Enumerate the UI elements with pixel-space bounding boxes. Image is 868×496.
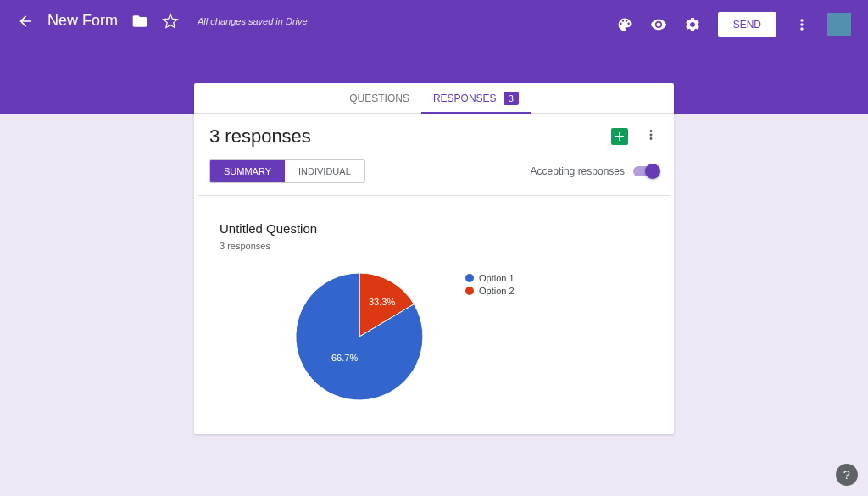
more-vert-icon[interactable] [793, 16, 810, 33]
folder-icon[interactable] [131, 13, 148, 30]
question-subtitle: 3 responses [220, 241, 648, 251]
view-toggle-group: SUMMARY INDIVIDUAL [209, 159, 365, 183]
tab-responses[interactable]: RESPONSES 3 [421, 83, 531, 113]
legend-item: Option 2 [465, 286, 515, 296]
tabs: QUESTIONS RESPONSES 3 [194, 83, 674, 114]
settings-gear-icon[interactable] [684, 16, 701, 33]
help-button[interactable]: ? [836, 464, 858, 486]
star-icon[interactable] [162, 13, 179, 30]
accepting-switch[interactable] [633, 166, 659, 176]
response-count-badge: 3 [504, 92, 519, 105]
legend-item: Option 1 [465, 273, 515, 283]
avatar[interactable] [827, 13, 851, 36]
pie-label-1: 66.7% [331, 353, 358, 363]
saved-status: All changes saved in Drive [198, 16, 308, 26]
back-arrow-icon[interactable] [17, 13, 34, 30]
sheets-icon[interactable] [611, 128, 628, 145]
responses-more-icon[interactable] [643, 127, 659, 146]
question-title: Untitled Question [220, 221, 648, 236]
pie-label-2: 33.3% [369, 297, 395, 307]
responses-title: 3 responses [209, 125, 311, 148]
palette-icon[interactable] [616, 16, 633, 33]
preview-eye-icon[interactable] [650, 16, 667, 33]
tab-questions[interactable]: QUESTIONS [337, 83, 421, 113]
individual-toggle[interactable]: INDIVIDUAL [285, 160, 364, 182]
legend-label: Option 1 [479, 273, 515, 283]
main-card: QUESTIONS RESPONSES 3 3 responses SUMMAR… [194, 83, 674, 434]
summary-toggle[interactable]: SUMMARY [210, 160, 285, 182]
send-button[interactable]: SEND [718, 12, 776, 37]
accepting-label: Accepting responses [531, 165, 625, 177]
tab-responses-label: RESPONSES [433, 92, 497, 104]
chart-legend: Option 1 Option 2 [465, 273, 515, 400]
form-title[interactable]: New Form [47, 12, 118, 30]
legend-label: Option 2 [479, 286, 515, 296]
pie-chart: 33.3% 66.7% [296, 273, 423, 400]
